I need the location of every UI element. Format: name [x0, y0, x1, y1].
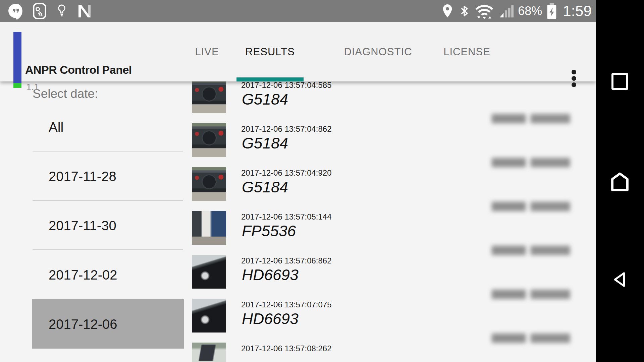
redacted-blob [531, 290, 570, 299]
results-list: 2017-12-06 13:57:04:585 G5184 2017-12-06… [192, 81, 380, 362]
result-row[interactable]: 2017-12-06 13:57:04:862 G5184 [192, 123, 380, 167]
redacted-text-line [492, 287, 575, 302]
battery-percent: 68% [518, 4, 542, 18]
date-filter-item[interactable]: 2017-12-02 [32, 250, 184, 299]
results-page: Select date: All 2017-11-28 2017-11-30 [0, 81, 596, 362]
flashlight-icon [55, 2, 68, 20]
overflow-menu-button[interactable] [569, 68, 579, 90]
back-icon [611, 269, 629, 290]
date-filter-label: 2017-12-02 [49, 267, 117, 282]
vehicle-thumbnail [192, 211, 226, 245]
date-filter-item[interactable]: 2017-12-06 [32, 299, 184, 349]
app-version: 1.1 [26, 82, 39, 93]
wifi-icon [474, 3, 494, 19]
redacted-text-line [492, 331, 575, 346]
redacted-blob [531, 246, 570, 255]
redacted-blob [492, 114, 526, 123]
detection-timestamp: 2017-12-06 13:57:08:262 [241, 344, 332, 353]
active-tab-underline [236, 77, 304, 81]
recents-button[interactable] [596, 61, 644, 102]
redacted-blob [492, 158, 526, 167]
date-panel-label: Select date: [33, 87, 98, 101]
redacted-blob [492, 334, 526, 343]
redacted-blob [531, 114, 570, 123]
date-filter-item[interactable]: All [32, 102, 184, 152]
detection-timestamp: 2017-12-06 13:57:06:862 [241, 256, 332, 265]
accent-bar-bottom [13, 83, 21, 88]
result-row[interactable]: 2017-12-06 13:57:04:920 G5184 [192, 167, 380, 211]
date-filter-label: All [49, 119, 63, 134]
tab[interactable]: LIVE [195, 22, 219, 81]
overflow-dot [572, 82, 576, 87]
notification-icons [7, 0, 93, 22]
tab-label: LICENSE [443, 46, 490, 58]
date-filter-label: 2017-11-30 [49, 218, 116, 233]
hangouts-icon [7, 3, 24, 19]
redacted-text-line [492, 199, 575, 214]
result-row[interactable]: 2017-12-06 13:57:08:262 [192, 343, 380, 362]
status-bar: 68% 1:59 [0, 0, 596, 22]
location-icon [441, 3, 454, 19]
detection-timestamp: 2017-12-06 13:57:04:585 [241, 81, 332, 90]
redacted-blob [531, 158, 570, 167]
tab[interactable]: DIAGNOSTIC [344, 22, 412, 81]
device-cast-icon [32, 2, 48, 20]
date-filter-label: 2017-11-28 [49, 169, 116, 184]
tab-label: RESULTS [245, 46, 295, 58]
vehicle-thumbnail [192, 123, 226, 157]
redacted-text-line [492, 111, 575, 126]
app-title: ANPR Control Panel [25, 63, 132, 76]
detection-timestamp: 2017-12-06 13:57:04:920 [241, 168, 332, 178]
redacted-text-line [492, 243, 575, 258]
date-filter-item[interactable]: 2017-11-28 [32, 152, 184, 201]
tab[interactable]: RESULTS [245, 22, 295, 81]
vehicle-thumbnail [192, 81, 226, 113]
plate-number: G5184 [242, 90, 288, 108]
detection-timestamp: 2017-12-06 13:57:04:862 [241, 124, 332, 134]
plate-number: G5184 [242, 178, 288, 196]
clock: 1:59 [563, 3, 592, 19]
redacted-text-line [492, 155, 575, 170]
result-row[interactable]: 2017-12-06 13:57:04:585 G5184 [192, 81, 380, 123]
android-n-icon [76, 3, 93, 19]
redacted-blob [492, 246, 526, 255]
tab[interactable]: LICENSE [443, 22, 490, 81]
plate-number: HD6693 [242, 310, 299, 328]
plate-number: G5184 [242, 134, 288, 152]
redacted-column [492, 111, 575, 362]
home-button[interactable] [596, 162, 644, 202]
redacted-blob [531, 202, 570, 211]
signal-icon [498, 4, 514, 18]
plate-number: FP5536 [242, 222, 296, 240]
result-row[interactable]: 2017-12-06 13:57:07:075 HD6693 [192, 299, 380, 343]
vehicle-thumbnail [192, 167, 226, 201]
system-status-icons: 68% 1:59 [441, 0, 592, 22]
bluetooth-icon [458, 3, 470, 19]
overflow-dot [572, 76, 576, 81]
date-filter-item[interactable]: 2017-11-30 [32, 201, 184, 250]
result-row[interactable]: 2017-12-06 13:57:05:144 FP5536 [192, 211, 380, 255]
vehicle-thumbnail [192, 299, 226, 333]
plate-number: HD6693 [242, 266, 299, 284]
date-filter-label: 2017-12-06 [49, 316, 117, 331]
tab-label: LIVE [195, 46, 219, 58]
navigation-bar [596, 0, 644, 362]
back-button[interactable] [596, 259, 644, 300]
battery-charging-icon [546, 3, 557, 19]
android-screen: 68% 1:59 ANPR Control Panel 1.1 LIVE RES… [0, 0, 644, 362]
redacted-blob [531, 334, 570, 343]
overflow-dot [572, 70, 576, 74]
detection-timestamp: 2017-12-06 13:57:07:075 [241, 300, 332, 309]
redacted-blob [492, 202, 526, 211]
recents-icon [611, 73, 628, 90]
accent-bar [13, 32, 21, 88]
redacted-blob [492, 290, 526, 299]
detection-timestamp: 2017-12-06 13:57:05:144 [241, 212, 332, 222]
home-icon [609, 171, 631, 193]
vehicle-thumbnail [192, 255, 226, 289]
vehicle-thumbnail [192, 343, 226, 362]
result-row[interactable]: 2017-12-06 13:57:06:862 HD6693 [192, 255, 380, 299]
app-bar: ANPR Control Panel 1.1 LIVE RESULTS DIAG… [0, 22, 596, 81]
date-filter-list: All 2017-11-28 2017-11-30 2017-12-02 [32, 102, 184, 349]
tab-label: DIAGNOSTIC [344, 46, 412, 58]
